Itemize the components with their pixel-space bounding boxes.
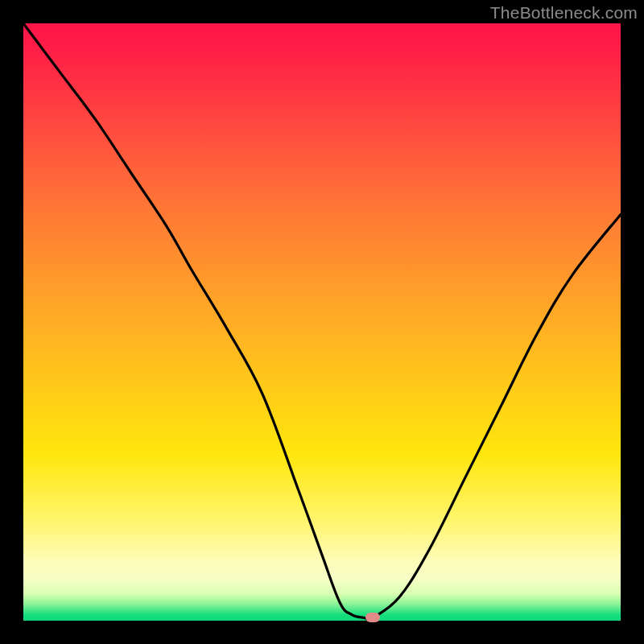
chart-frame: TheBottleneck.com [0,0,644,644]
plot-area [23,23,621,621]
bottleneck-curve [23,23,621,621]
minimum-marker [365,613,380,622]
watermark-text: TheBottleneck.com [490,3,638,23]
